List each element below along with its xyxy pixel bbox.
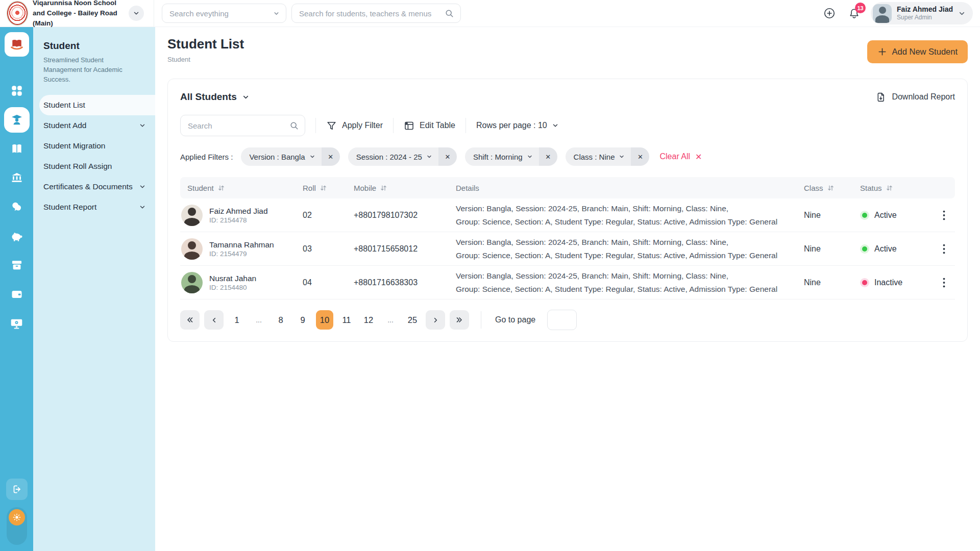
table-row[interactable]: Nusrat Jahan ID: 2154480 04 +88017166383… bbox=[180, 266, 955, 299]
sort-icon[interactable] bbox=[320, 184, 327, 192]
chevron-down-icon bbox=[273, 10, 280, 17]
previous-page-button[interactable] bbox=[204, 310, 224, 330]
page-number-button[interactable]: 12 bbox=[360, 310, 377, 330]
sidebar-rail-student[interactable] bbox=[4, 107, 30, 133]
school-switch-button[interactable] bbox=[129, 6, 144, 21]
page-title-block: Student List Student bbox=[167, 36, 244, 63]
page-number-button[interactable]: 25 bbox=[404, 310, 421, 330]
sort-icon[interactable] bbox=[217, 184, 225, 192]
current-page-button[interactable]: 10 bbox=[316, 310, 333, 330]
global-search-input[interactable] bbox=[299, 9, 445, 18]
table-row[interactable]: Faiz Ahmed Jiad ID: 2154478 02 +88017981… bbox=[180, 198, 955, 232]
status-dot-active bbox=[860, 211, 869, 220]
sidebar-rail-communication[interactable] bbox=[9, 199, 24, 215]
class-cell: Nine bbox=[804, 211, 860, 220]
student-id: ID: 2154478 bbox=[209, 216, 268, 224]
student-id: ID: 2154479 bbox=[209, 250, 274, 258]
sidebar-rail-bottom bbox=[6, 479, 28, 545]
student-name: Faiz Ahmed Jiad bbox=[209, 206, 268, 217]
notification-count-badge: 13 bbox=[855, 3, 866, 13]
sidebar-rail-finance[interactable] bbox=[9, 229, 24, 244]
table-row[interactable]: Tamanna Rahman ID: 2154479 03 +880171565… bbox=[180, 232, 955, 266]
sidebar-item-student-add[interactable]: Student Add bbox=[33, 115, 155, 136]
user-role: Super Admin bbox=[897, 14, 953, 22]
page-header: Student List Student Add New Student bbox=[167, 36, 968, 63]
list-scope-label: All Students bbox=[180, 91, 237, 103]
status-cell: Active bbox=[860, 244, 937, 254]
sidebar-item-student-migration[interactable]: Student Migration bbox=[33, 136, 155, 156]
sidebar-rail-inventory[interactable] bbox=[9, 258, 24, 273]
sort-icon[interactable] bbox=[827, 184, 835, 192]
quick-add-button[interactable] bbox=[822, 6, 837, 21]
table-search-input[interactable] bbox=[188, 121, 289, 130]
theme-toggle[interactable] bbox=[7, 507, 27, 545]
class-cell: Nine bbox=[804, 244, 860, 254]
school-selector[interactable]: Viqarunnisa Noon School and College - Ba… bbox=[0, 0, 154, 27]
column-header-class[interactable]: Class bbox=[804, 184, 860, 192]
mobile-cell: +8801716638303 bbox=[354, 278, 456, 287]
app-logo[interactable] bbox=[5, 32, 29, 57]
filter-chip-class[interactable]: Class : Nine ✕ bbox=[566, 147, 650, 166]
apply-filter-button[interactable]: Apply Filter bbox=[326, 120, 383, 131]
filter-chip-shift[interactable]: Shift : Morning ✕ bbox=[465, 147, 557, 166]
module-subtitle: Streamlined Student Management for Acade… bbox=[43, 56, 138, 85]
first-page-button[interactable] bbox=[180, 310, 200, 330]
student-graduate-icon bbox=[10, 113, 24, 127]
search-category-select[interactable]: Search eveything bbox=[162, 4, 286, 23]
sidebar-rail-institution[interactable] bbox=[9, 170, 24, 186]
page-number-button[interactable]: 11 bbox=[338, 310, 355, 330]
filter-remove-button[interactable]: ✕ bbox=[631, 147, 649, 166]
page-number-button[interactable]: 9 bbox=[294, 310, 311, 330]
sidebar-rail-devices[interactable] bbox=[9, 316, 24, 331]
row-actions-button[interactable] bbox=[937, 205, 951, 226]
user-menu[interactable]: Faiz Ahmed Jiad Super Admin bbox=[871, 2, 973, 24]
chevron-right-icon bbox=[432, 316, 439, 324]
notifications-button[interactable]: 13 bbox=[846, 6, 862, 21]
student-avatar bbox=[181, 205, 203, 226]
column-header-roll[interactable]: Roll bbox=[303, 184, 354, 192]
download-report-button[interactable]: Download Report bbox=[876, 92, 955, 103]
column-header-student[interactable]: Student bbox=[180, 184, 303, 192]
list-scope-select[interactable]: All Students bbox=[180, 91, 250, 103]
sidebar-menu: Student List Student Add Student Migrati… bbox=[33, 95, 155, 217]
sidebar-rail-accounts[interactable] bbox=[9, 287, 24, 302]
sidebar-item-certificates-documents[interactable]: Certificates & Documents bbox=[33, 177, 155, 197]
last-page-button[interactable] bbox=[450, 310, 469, 330]
filter-chip-session[interactable]: Session : 2024 - 25 ✕ bbox=[348, 147, 457, 166]
chevron-down-icon bbox=[527, 154, 533, 160]
topbar-actions: 13 Faiz Ahmed Jiad Super Admin bbox=[822, 2, 980, 24]
rows-per-page-select[interactable]: Rows per page : 10 bbox=[476, 121, 559, 130]
sort-icon[interactable] bbox=[886, 184, 893, 192]
sidebar-item-student-list[interactable]: Student List bbox=[39, 95, 155, 115]
sidebar-rail-academics[interactable] bbox=[9, 141, 24, 157]
row-actions-button[interactable] bbox=[937, 272, 951, 293]
sidebar-item-student-roll-assign[interactable]: Student Roll Assign bbox=[33, 156, 155, 177]
table-header-row: Student Roll Mobile Details bbox=[180, 177, 955, 198]
download-report-label: Download Report bbox=[892, 92, 955, 102]
table-toolbar: Apply Filter Edit Table Rows per page : … bbox=[180, 115, 955, 136]
applied-filters-row: Applied Filters : Version : Bangla ✕ Ses… bbox=[180, 147, 955, 166]
filter-remove-button[interactable]: ✕ bbox=[438, 147, 457, 166]
sort-icon[interactable] bbox=[380, 184, 387, 192]
column-header-mobile[interactable]: Mobile bbox=[354, 184, 456, 192]
row-actions-button[interactable] bbox=[937, 239, 951, 259]
menu-item-label: Certificates & Documents bbox=[43, 182, 133, 191]
add-new-student-button[interactable]: Add New Student bbox=[867, 40, 968, 63]
chevron-down-icon bbox=[242, 93, 250, 101]
filter-remove-button[interactable]: ✕ bbox=[539, 147, 557, 166]
menu-item-label: Student Roll Assign bbox=[43, 162, 112, 171]
logout-button[interactable] bbox=[6, 479, 28, 500]
next-page-button[interactable] bbox=[426, 310, 445, 330]
clear-all-filters-button[interactable]: Clear All ✕ bbox=[659, 152, 702, 162]
chevron-down-icon bbox=[958, 10, 966, 17]
sidebar-rail-dashboard[interactable] bbox=[9, 83, 24, 98]
goto-page-input[interactable] bbox=[547, 310, 577, 330]
sidebar-item-student-report[interactable]: Student Report bbox=[33, 197, 155, 217]
student-name: Nusrat Jahan bbox=[209, 273, 256, 284]
filter-remove-button[interactable]: ✕ bbox=[322, 147, 340, 166]
edit-table-button[interactable]: Edit Table bbox=[404, 120, 455, 131]
page-number-button[interactable]: 8 bbox=[272, 310, 289, 330]
filter-chip-version[interactable]: Version : Bangla ✕ bbox=[241, 147, 339, 166]
page-number-button[interactable]: 1 bbox=[228, 310, 246, 330]
column-header-status[interactable]: Status bbox=[860, 184, 937, 192]
